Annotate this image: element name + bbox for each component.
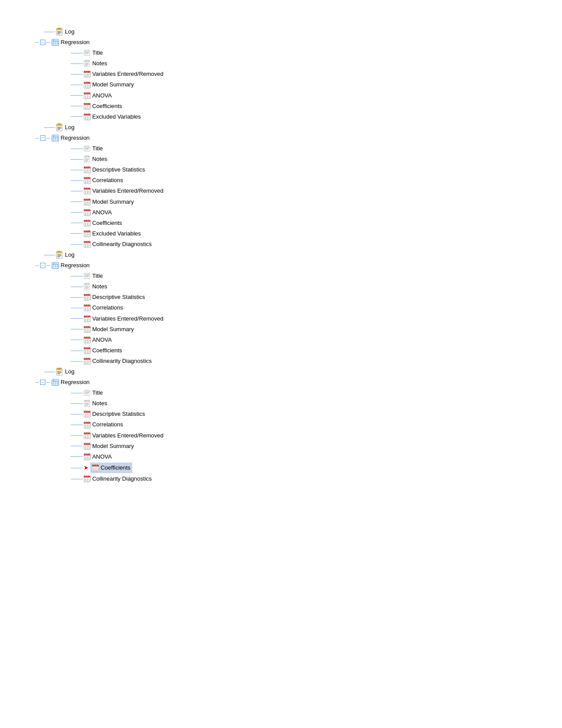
table-icon bbox=[84, 166, 91, 173]
tree-connector: ──── bbox=[71, 219, 82, 227]
log-icon bbox=[56, 251, 63, 259]
child-label: Excluded Variables bbox=[92, 112, 141, 122]
svg-rect-62 bbox=[57, 128, 61, 128]
tree-connector: ──── bbox=[71, 293, 82, 302]
svg-rect-144 bbox=[58, 251, 61, 252]
tree-child-3-5[interactable]: ──── Model Summary bbox=[35, 441, 562, 452]
tree-child-3-4[interactable]: ──── Variables Entered/Removed bbox=[35, 430, 562, 441]
connector: ──── bbox=[44, 123, 54, 132]
tree-child-1-6[interactable]: ──── ANOVA bbox=[35, 207, 562, 218]
tree-connector: ──── bbox=[71, 240, 82, 249]
tree-child-1-2[interactable]: ──── Descriptive Statistics bbox=[35, 164, 562, 175]
tree-child-3-1[interactable]: ──── Notes bbox=[35, 398, 562, 409]
tree-child-2-3[interactable]: ──── Correlations bbox=[35, 302, 562, 313]
svg-rect-228 bbox=[85, 394, 88, 394]
tree-connector: ──── bbox=[71, 464, 82, 472]
table-icon bbox=[84, 422, 91, 429]
svg-rect-162 bbox=[85, 288, 88, 289]
tree-child-1-9[interactable]: ──── Collinearity Diagnostics bbox=[35, 239, 562, 250]
tree-child-2-8[interactable]: ──── Collinearity Diagnostics bbox=[35, 356, 562, 366]
child-label: ANOVA bbox=[92, 91, 112, 101]
child-label: Collinearity Diagnostics bbox=[92, 356, 152, 366]
table-icon bbox=[84, 443, 91, 450]
tree-child-1-1[interactable]: ──── Notes bbox=[35, 154, 562, 164]
tree-connector: ──── bbox=[71, 166, 82, 174]
regression-expand-btn[interactable]: ─ bbox=[40, 135, 45, 141]
tree-child-2-6[interactable]: ──── ANOVA bbox=[35, 335, 562, 345]
regression-item-3[interactable]: ─ ─ ─ Regression bbox=[35, 377, 562, 388]
tree-child-2-2[interactable]: ──── Descriptive Statistics bbox=[35, 292, 562, 302]
regression-expand-btn[interactable]: ─ bbox=[40, 263, 45, 268]
tree-child-1-0[interactable]: ──── Title bbox=[35, 143, 562, 154]
child-label: ANOVA bbox=[92, 452, 112, 462]
tree-child-1-5[interactable]: ──── Model Summary bbox=[35, 197, 562, 207]
svg-rect-80 bbox=[85, 159, 89, 159]
svg-rect-73 bbox=[84, 146, 90, 148]
log-item-0[interactable]: ──── Log bbox=[35, 26, 562, 37]
tree-child-0-6[interactable]: ──── Excluded Variables bbox=[35, 112, 562, 122]
tree-child-1-3[interactable]: ──── Correlations bbox=[35, 175, 562, 186]
tree-child-3-6[interactable]: ──── ANOVA bbox=[35, 452, 562, 462]
svg-rect-112 bbox=[84, 209, 90, 211]
regression-icon bbox=[52, 134, 60, 142]
notes-icon bbox=[84, 283, 91, 290]
tree-child-2-5[interactable]: ──── Model Summary bbox=[35, 324, 562, 335]
tree-child-1-8[interactable]: ──── Excluded Variables bbox=[35, 228, 562, 239]
table-icon bbox=[84, 220, 91, 227]
expand-connector: ─ bbox=[35, 261, 39, 270]
table-icon bbox=[84, 103, 91, 110]
tree-connector: ──── bbox=[71, 442, 82, 450]
tree-child-3-8[interactable]: ──── Collinearity Diagnostics bbox=[35, 474, 562, 484]
child-label: Coefficients bbox=[100, 463, 130, 473]
svg-rect-164 bbox=[84, 294, 90, 296]
regression-item-0[interactable]: ─ ─ ─ Regression bbox=[35, 37, 562, 48]
table-icon bbox=[84, 347, 91, 354]
svg-rect-119 bbox=[84, 220, 90, 222]
child-label: Title bbox=[92, 388, 103, 398]
tree-child-0-2[interactable]: ──── Variables Entered/Removed bbox=[35, 69, 562, 79]
tree-connector: ──── bbox=[71, 229, 82, 238]
svg-rect-159 bbox=[88, 283, 89, 284]
tree-connector: ──── bbox=[71, 452, 82, 461]
child-label: Notes bbox=[92, 282, 107, 291]
tree-connector: ──── bbox=[71, 198, 82, 206]
tree-child-1-4[interactable]: ──── Variables Entered/Removed bbox=[35, 186, 562, 196]
expand-connector: ─ bbox=[35, 378, 39, 387]
tree-child-2-0[interactable]: ──── Title bbox=[35, 271, 562, 281]
tree-child-1-7[interactable]: ──── Coefficients bbox=[35, 218, 562, 228]
log-item-1[interactable]: ──── Log bbox=[35, 122, 562, 133]
tree-child-0-5[interactable]: ──── Coefficients bbox=[35, 101, 562, 112]
svg-rect-19 bbox=[85, 60, 87, 61]
child-label: Correlations bbox=[92, 303, 123, 313]
regression-label: Regression bbox=[61, 377, 90, 387]
log-item-2[interactable]: ──── Log bbox=[35, 250, 562, 260]
tree-child-3-7[interactable]: ──── ➤ Coefficients bbox=[35, 462, 562, 474]
table-icon bbox=[84, 187, 91, 194]
tree-child-0-1[interactable]: ──── Notes bbox=[35, 58, 562, 69]
tree-child-3-0[interactable]: ──── Title bbox=[35, 388, 562, 398]
tree-child-2-7[interactable]: ──── Coefficients bbox=[35, 345, 562, 356]
svg-rect-217 bbox=[58, 368, 61, 369]
tree-connector: ──── bbox=[71, 431, 82, 440]
svg-rect-7 bbox=[52, 39, 59, 41]
svg-rect-215 bbox=[57, 373, 61, 373]
tree-child-3-3[interactable]: ──── Correlations bbox=[35, 419, 562, 430]
tree-connector: ──── bbox=[71, 475, 82, 483]
tree-child-0-3[interactable]: ──── Model Summary bbox=[35, 79, 562, 90]
tree-child-0-4[interactable]: ──── ANOVA bbox=[35, 90, 562, 101]
tree-child-2-4[interactable]: ──── Variables Entered/Removed bbox=[35, 314, 562, 324]
svg-rect-46 bbox=[84, 103, 90, 105]
regression-item-2[interactable]: ─ ─ ─ Regression bbox=[35, 260, 562, 271]
log-label: Log bbox=[65, 250, 74, 260]
svg-rect-155 bbox=[85, 277, 88, 277]
regression-expand-btn[interactable]: ─ bbox=[40, 380, 45, 385]
log-item-3[interactable]: ──── Log bbox=[35, 366, 562, 377]
svg-rect-105 bbox=[84, 199, 90, 201]
svg-rect-4 bbox=[57, 34, 60, 34]
tree-child-2-1[interactable]: ──── Notes bbox=[35, 281, 562, 292]
tree-child-3-2[interactable]: ──── Descriptive Statistics bbox=[35, 409, 562, 419]
regression-expand-btn[interactable]: ─ bbox=[40, 40, 45, 45]
tree-child-0-0[interactable]: ──── Title bbox=[35, 48, 562, 58]
svg-rect-233 bbox=[85, 403, 89, 403]
regression-item-1[interactable]: ─ ─ ─ Regression bbox=[35, 133, 562, 143]
